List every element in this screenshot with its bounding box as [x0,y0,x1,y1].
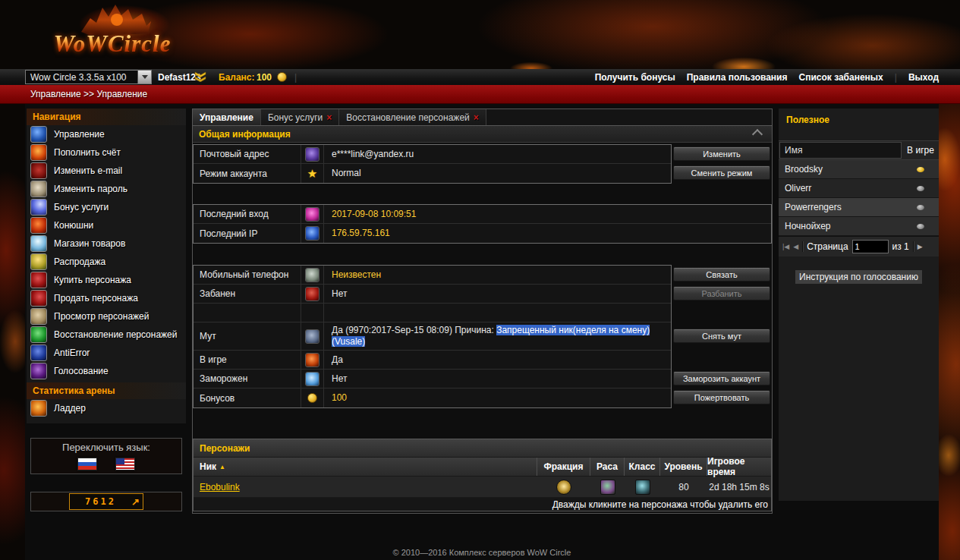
tab-bar: Управление Бонус услуги × Восстановление… [192,109,773,125]
last-ip-label: Последний IP [194,224,301,243]
sidebar-item-restore-characters[interactable]: Восстановление персонажей [27,326,186,344]
character-level: 80 [660,482,707,492]
column-level[interactable]: Уровень [660,458,707,476]
bonus-label: Бонусов [194,389,301,407]
change-email-button[interactable]: Изменить [673,146,770,161]
donate-button[interactable]: Пожертвовать [673,390,770,404]
ladder-icon [30,400,47,417]
rules-link[interactable]: Правила пользования [687,72,788,83]
sidebar-item-change-email[interactable]: Изменить e-mail [27,162,186,180]
column-faction[interactable]: Фракция [537,458,590,476]
ingame-value: Да [324,351,671,369]
column-playtime[interactable]: Игровое время [707,458,771,476]
column-race[interactable]: Раса [590,458,625,476]
breadcrumb-separator: >> [83,89,94,99]
sidebar-item-antierror[interactable]: AntiError [27,344,186,362]
collapse-section-icon[interactable] [752,128,763,139]
column-name[interactable]: Имя [779,142,902,159]
empty-row [194,304,671,322]
last-login-row: Последний вход 2017-09-08 10:09:51 [194,205,771,224]
sell-character-icon [30,290,47,307]
page-label: Страница [807,241,848,252]
status-group: Мобильный телефон Неизвестен Забанен Нет… [193,265,772,408]
sidebar-item-sale[interactable]: Распродажа [27,253,186,271]
server-select[interactable]: Wow Circle 3.3.5a x100 [25,70,152,84]
logo-wordmark: WoWCircle [38,30,187,58]
tab-bonus-services[interactable]: Бонус услуги × [261,109,339,125]
sidebar-item-change-password[interactable]: Изменить пароль [27,180,186,198]
tab-management[interactable]: Управление [193,109,261,125]
mute-label: Мут [194,322,301,350]
friend-row[interactable]: Ночнойхер [779,217,939,236]
character-nick-link[interactable]: Ebobulink [200,482,240,492]
sidebar-item-stables[interactable]: Конюшни [27,216,186,234]
offline-dot-icon [917,205,924,210]
ru-flag-icon[interactable] [77,458,97,470]
last-ip-icon [305,226,319,241]
account-info-group: Почтовый адрес e****link@yandex.ru Режим… [193,144,772,184]
top-up-icon [30,144,47,161]
wowcircle-logo[interactable]: WoWCircle [32,2,191,68]
character-row[interactable]: Ebobulink 80 2d 18h 15m 8s [194,477,771,498]
column-nick[interactable]: Ник▲ [194,458,537,476]
sidebar-item-voting[interactable]: Голосование [27,362,186,380]
mute-author-highlight: (Vusale) [332,336,365,347]
mute-icon [305,329,319,344]
remove-mute-button[interactable]: Снять мут [673,329,770,343]
characters-header-row: Ник▲ Фракция Раса Класс Уровень Игровое … [194,458,771,477]
ingame-icon [305,353,319,367]
buy-character-icon [30,272,47,288]
sidebar-item-ladder[interactable]: Ладдер [27,399,186,417]
close-tab-icon[interactable]: × [326,113,332,122]
select-arrow-icon [137,71,151,83]
next-page-icon[interactable]: ▶ [918,244,923,250]
last-ip-row: Последний IP 176.59.75.161 [194,224,771,243]
friend-row[interactable]: Oliverr [779,179,939,198]
sidebar-item-goods-shop[interactable]: Магазин товаров [27,234,186,253]
page-input[interactable] [852,240,889,253]
us-flag-icon[interactable] [115,458,135,470]
sidebar-item-management[interactable]: Управление [27,125,186,143]
voting-icon [30,363,47,379]
get-bonuses-link[interactable]: Получить бонусы [595,72,675,83]
frozen-label: Заморожен [194,370,301,388]
freeze-account-button[interactable]: Заморозить аккаунт [673,371,770,385]
tab-restore-characters[interactable]: Восстановление персонажей × [339,109,486,125]
prev-page-icon[interactable]: ◀ [793,244,798,250]
column-class[interactable]: Класс [625,458,660,476]
friend-row[interactable]: Broodsky [779,160,939,179]
view-characters-icon [30,308,47,325]
link-phone-button[interactable]: Связать [673,267,770,282]
breadcrumb-section-link[interactable]: Управление [30,89,81,99]
voting-instruction-link[interactable]: Инструкция по голосованию [795,270,922,284]
rank-chevrons-icon[interactable] [194,71,207,82]
online-counter-banner[interactable]: 7612 ↗ [69,493,143,510]
page: WoWCircle Wow Circle 3.3.5a x100 Defast1… [0,0,960,560]
account-mode-value: Normal [324,164,671,183]
friend-row[interactable]: Powerrengers [779,198,939,217]
frozen-icon [305,372,319,386]
first-page-icon[interactable]: |◀ [782,244,789,250]
sidebar-item-bonus-services[interactable]: Бонус услуги [27,198,186,216]
tab-content: Общая информация Почтовый адрес e****lin… [192,125,773,514]
sidebar-item-view-characters[interactable]: Просмотр персонажей [27,307,186,326]
bonus-coin-icon [307,393,317,403]
sidebar-item-buy-character[interactable]: Купить персонажа [27,271,186,289]
offline-dot-icon [917,186,924,191]
balance-value: 100 [257,72,272,83]
offline-dot-icon [917,224,924,229]
logout-link[interactable]: Выход [908,72,939,83]
change-password-icon [30,181,47,197]
general-info-title: Общая информация [199,129,291,140]
close-tab-icon[interactable]: × [474,113,479,122]
banlist-link[interactable]: Список забаненых [799,72,883,83]
sidebar-item-top-up[interactable]: Пополнить счёт [27,143,186,162]
language-switch-box: Переключить язык: [30,438,182,474]
column-ingame[interactable]: В игре [902,141,939,159]
sidebar-item-sell-character[interactable]: Продать персонажа [27,289,186,307]
bonus-row: Бонусов 100 [194,389,671,407]
unban-button[interactable]: Разбанить [673,286,770,300]
last-login-value: 2017-09-08 10:09:51 [324,205,771,223]
email-label: Почтовый адрес [194,145,301,163]
change-mode-button[interactable]: Сменить режим [673,165,770,180]
